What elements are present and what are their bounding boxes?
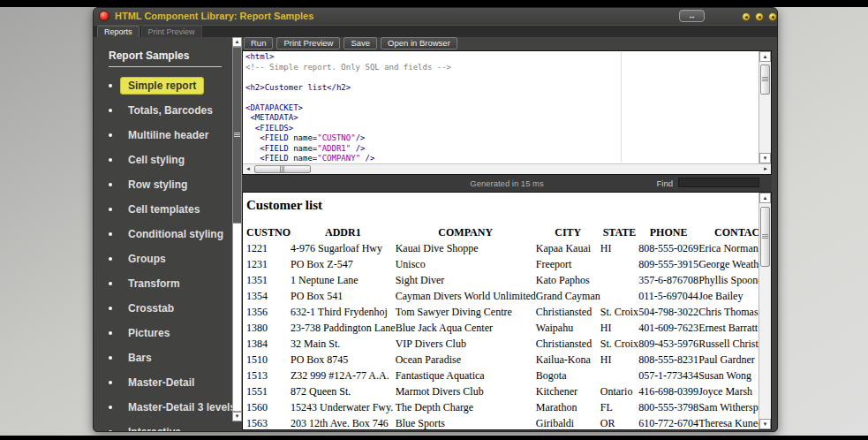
sidebar-item-crosstab[interactable]: Crosstab	[98, 296, 232, 321]
sidebar-item-master-detail-3-levels[interactable]: Master-Detail 3 levels	[98, 395, 232, 420]
tab-print-preview[interactable]: Print Preview	[141, 26, 202, 37]
grip-icon	[280, 166, 284, 172]
table-cell: Blue Jack Aqua Center	[396, 321, 536, 337]
sidebar-item-label: Transform	[120, 275, 188, 292]
sidebar-item-label: Cell templates	[120, 201, 208, 218]
table-cell: Tom Sawyer Diving Centre	[396, 305, 536, 321]
bullet-icon	[109, 208, 112, 211]
sidebar-item-conditional-styling[interactable]: Conditional styling	[98, 222, 232, 247]
scroll-up-icon[interactable]: ▲	[759, 193, 771, 203]
toolbar: RunPrint PreviewSaveOpen in Browser	[244, 37, 772, 50]
code-area[interactable]: <html><!-- Simple report. Only SQL and f…	[243, 51, 759, 163]
find-input[interactable]	[678, 178, 759, 187]
table-cell: 32 Main St.	[291, 337, 396, 353]
scrollbar-thumb[interactable]	[760, 207, 770, 267]
toolbar-button-run[interactable]: Run	[244, 37, 273, 49]
table-cell: 1 Neptune Lane	[291, 273, 396, 289]
sidebar-item-label: Crosstab	[120, 300, 182, 317]
code-editor[interactable]: <html><!-- Simple report. Only SQL and f…	[242, 50, 772, 175]
minimize-button[interactable]	[742, 12, 751, 21]
sidebar-item-master-detail[interactable]: Master-Detail	[98, 370, 232, 395]
toolbar-button-open-in-browser[interactable]: Open in Browser	[381, 37, 457, 49]
table-cell: 057-1-773434	[638, 368, 698, 384]
column-header-state: STATE	[600, 225, 638, 241]
table-cell: 1513	[246, 368, 291, 384]
status-bar: Generated in 15 ms Find	[242, 175, 772, 192]
table-cell: 1563	[246, 416, 291, 429]
toolbar-button-save[interactable]: Save	[343, 37, 377, 49]
table-cell: Giribaldi	[536, 416, 600, 429]
sidebar-item-multiline-header[interactable]: Multiline header	[98, 123, 232, 148]
preview-vertical-scrollbar[interactable]: ▲ ▼	[759, 193, 771, 429]
scroll-down-icon[interactable]: ▼	[232, 412, 242, 421]
table-cell: Susan Wong	[698, 368, 759, 384]
table-row: 1354PO Box 541Cayman Divers World Unlimi…	[246, 289, 759, 305]
table-cell: Fantastique Aquatica	[396, 368, 536, 384]
editor-margin-line	[621, 52, 622, 163]
sidebar-item-cell-styling[interactable]: Cell styling	[98, 148, 232, 172]
table-cell: Ernest Barratt	[698, 321, 759, 337]
sidebar-item-bars[interactable]: Bars	[98, 345, 232, 370]
report-page: Customer list CUSTNOADDR1COMPANYCITYSTAT…	[243, 193, 759, 429]
sidebar-item-row-styling[interactable]: Row styling	[98, 172, 232, 197]
code-line: <h2>Customer list</h2>	[245, 83, 759, 94]
window-content: Report Samples Simple reportTotals, Barc…	[94, 37, 777, 431]
bullet-icon	[109, 109, 112, 112]
grip-icon	[762, 234, 768, 239]
table-cell: 1510	[246, 353, 291, 368]
table-cell: Paul Gardner	[698, 353, 759, 368]
table-row: 1510PO Box 8745Ocean ParadiseKailua-Kona…	[246, 353, 759, 368]
code-line	[245, 93, 759, 103]
bullet-icon	[109, 257, 112, 261]
sidebar-item-simple-report[interactable]: Simple report	[98, 73, 232, 98]
table-cell: The Depth Charge	[396, 400, 536, 416]
sidebar-item-transform[interactable]: Transform	[98, 271, 232, 296]
code-token: name=	[293, 144, 317, 153]
sidebar-item-cell-templates[interactable]: Cell templates	[98, 197, 232, 222]
toolbar-button-print-preview[interactable]: Print Preview	[276, 37, 340, 49]
bullet-icon	[109, 406, 112, 409]
table-cell: HI	[600, 241, 638, 257]
sidebar-item-pictures[interactable]: Pictures	[98, 321, 232, 345]
table-cell: Marmot Divers Club	[396, 384, 536, 400]
scroll-down-icon[interactable]: ▼	[759, 419, 771, 429]
resize-icon[interactable]: ↔	[679, 10, 705, 22]
report-preview: Customer list CUSTNOADDR1COMPANYCITYSTAT…	[242, 192, 772, 430]
code-token: />	[351, 144, 365, 153]
table-row: 1551872 Queen St.Marmot Divers ClubKitch…	[246, 384, 759, 400]
table-row: 138023-738 Paddington LaneBlue Jack Aqua…	[246, 321, 759, 337]
maximize-button[interactable]	[755, 12, 764, 21]
editor-horizontal-scrollbar[interactable]: ◄ ►	[243, 163, 771, 174]
table-cell: 809-453-5976	[638, 337, 698, 353]
sidebar-item-groups[interactable]: Groups	[98, 247, 232, 271]
scroll-up-icon[interactable]: ▲	[232, 37, 242, 47]
code-line: <html>	[245, 52, 759, 63]
table-row: 12214-976 Sugarloaf HwyKauai Dive Shoppe…	[246, 241, 759, 257]
sidebar-item-label: Interactive	[120, 423, 189, 431]
tab-reports[interactable]: Reports	[97, 26, 140, 37]
scrollbar-thumb[interactable]	[232, 47, 242, 224]
table-cell: 872 Queen St.	[291, 384, 396, 400]
table-row: 1513Z32 999 #12A-77 A.A.Fantastique Aqua…	[246, 368, 759, 384]
table-cell: Grand Cayman	[536, 289, 600, 305]
table-cell	[600, 289, 638, 305]
scroll-right-icon[interactable]: ►	[760, 164, 771, 174]
table-cell: 1351	[246, 273, 291, 289]
table-cell: HI	[600, 321, 638, 337]
code-token: <!-- Simple report. Only SQL and fields …	[245, 63, 451, 72]
table-cell: 1354	[246, 289, 291, 305]
sidebar-item-label: Simple report	[120, 77, 204, 95]
editor-vertical-scrollbar[interactable]: ▲ ▼	[759, 51, 771, 163]
scroll-left-icon[interactable]: ◄	[243, 164, 253, 174]
scrollbar-thumb[interactable]	[760, 64, 770, 95]
sidebar-item-totals-barcodes[interactable]: Totals, Barcodes	[98, 98, 232, 123]
bullet-icon	[109, 158, 112, 162]
column-header-contact: CONTACT	[698, 225, 759, 241]
code-line: <!-- Simple report. Only SQL and fields …	[245, 63, 759, 73]
scrollbar-thumb[interactable]	[254, 165, 311, 173]
sidebar-item-interactive[interactable]: Interactive	[98, 420, 232, 431]
scroll-down-icon[interactable]: ▼	[759, 153, 771, 163]
close-button[interactable]	[768, 12, 777, 21]
sidebar-scrollbar[interactable]: ▲ ▼	[232, 37, 242, 421]
scroll-up-icon[interactable]: ▲	[759, 51, 771, 62]
